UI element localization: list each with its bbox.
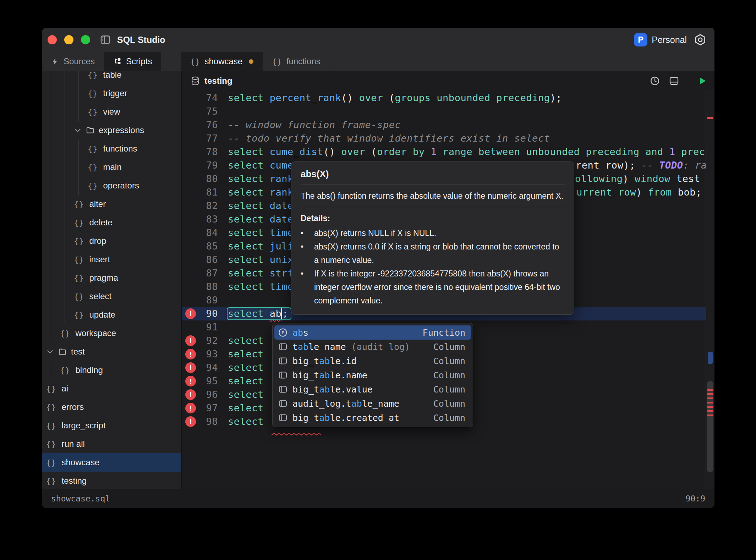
sidebar-item-view[interactable]: {}view [42, 103, 181, 121]
sidebar-item-label: main [103, 162, 122, 172]
sidebar-item-delete[interactable]: {}delete [42, 213, 181, 232]
sidebar-item-pragma[interactable]: {}pragma [42, 269, 181, 287]
sidebar-item-showcase[interactable]: {}showcase [42, 453, 181, 472]
sidebar-item-testing[interactable]: {}testing [42, 472, 181, 489]
tooltip-description: The abs() function returns the absolute … [301, 189, 565, 203]
code-line[interactable]: 76-- window function frame-spec [182, 118, 714, 132]
editor-tab-functions[interactable]: {} functions [263, 52, 330, 71]
indent-guide [46, 232, 60, 250]
code-line[interactable]: 74select percent_rank() over (groups unb… [182, 91, 714, 105]
line-number: 76 [182, 118, 218, 132]
sidebar-item-large_script[interactable]: {}large_script [42, 416, 181, 435]
tab-scripts[interactable]: Scripts [104, 52, 161, 71]
indent-guide [74, 71, 88, 84]
script-icon: {} [74, 200, 84, 209]
autocomplete-item-abs[interactable]: FabsFunction [274, 325, 471, 340]
code-line-fragment: ollowing) window test a [575, 172, 712, 186]
autocomplete-item-big_table.value[interactable]: big_table.valueColumn [274, 382, 471, 396]
sidebar-item-operators[interactable]: {}operators [42, 176, 181, 195]
sidebar-item-label: errors [62, 402, 84, 412]
code-line-text: select juli [228, 240, 294, 253]
autocomplete-item-big_table.name[interactable]: big_table.nameColumn [274, 368, 471, 382]
indent-guide [46, 176, 60, 195]
indent-guide [60, 269, 74, 287]
code-line-text: select percent_rank() over (groups unbou… [228, 91, 562, 105]
zoom-button[interactable] [81, 35, 90, 44]
sidebar-toggle-icon[interactable] [99, 34, 111, 46]
indent-guide [74, 84, 88, 103]
folder-icon [58, 347, 67, 356]
sidebar-item-errors[interactable]: {}errors [42, 398, 181, 416]
run-icon[interactable] [697, 76, 707, 86]
line-number: 74 [182, 91, 218, 105]
sidebar-item-drop[interactable]: {}drop [42, 232, 181, 250]
script-tree: {}table{}trigger{}viewexpressions{}funct… [42, 71, 181, 489]
function-icon: F [278, 328, 288, 337]
autocomplete-item-big_table.created_at[interactable]: big_table.created_atColumn [274, 411, 471, 425]
sidebar-item-workspace[interactable]: {}workspace [42, 324, 181, 342]
sidebar-item-test[interactable]: test [42, 342, 181, 361]
settings-icon[interactable] [694, 33, 707, 46]
code-line[interactable]: 78select cume_dist() over (order by 1 ra… [182, 145, 714, 159]
autocomplete-label: big_table.created_at [292, 413, 399, 423]
sidebar-item-run-all[interactable]: {}run all [42, 435, 181, 453]
sidebar-item-expressions[interactable]: expressions [42, 121, 181, 139]
indent-guide [60, 176, 74, 195]
code-line-text: -- window function frame-spec [228, 118, 401, 132]
code-line-text: select time [228, 280, 294, 293]
sidebar-item-binding[interactable]: {}binding [42, 361, 181, 379]
tooltip-bullet: •If X is the integer -922337203685477580… [301, 267, 565, 307]
code-line[interactable]: 75 [182, 105, 714, 118]
sidebar-item-functions[interactable]: {}functions [42, 139, 181, 158]
minimize-button[interactable] [64, 35, 73, 44]
sidebar-item-label: showcase [62, 457, 100, 467]
autocomplete-item-big_table.id[interactable]: big_table.idColumn [274, 354, 471, 368]
sidebar-item-label: operators [103, 181, 139, 191]
autocomplete-label: abs [292, 328, 308, 338]
line-number: 82 [182, 199, 218, 213]
sidebar-item-label: pragma [89, 273, 118, 283]
autocomplete-kind-label: Column [433, 370, 471, 380]
column-icon [278, 384, 288, 394]
sidebar-item-label: update [89, 310, 115, 320]
close-button[interactable] [48, 35, 57, 44]
history-icon[interactable] [650, 76, 660, 86]
tooltip-title: abs(X) [301, 168, 565, 180]
sidebar-item-select[interactable]: {}select [42, 287, 181, 306]
autocomplete-item-table_name[interactable]: table_name (audit_log)Column [274, 340, 471, 354]
tab-sources[interactable]: Sources [42, 52, 104, 71]
bullet-glyph: • [301, 240, 314, 267]
chevron-down-icon[interactable] [46, 348, 58, 356]
autocomplete-kind-label: Column [433, 399, 471, 409]
account-avatar[interactable]: P [634, 33, 647, 46]
indent-guide [74, 158, 88, 176]
bullet-glyph: • [301, 226, 314, 240]
scroll-marker-cursor [708, 352, 713, 364]
line-number: 77 [182, 132, 218, 145]
error-squiggle [272, 427, 321, 438]
app-window: SQL Studio P Personal Sources Scripts {}… [42, 28, 714, 508]
code-line-text: select date [228, 213, 294, 226]
sidebar-item-trigger[interactable]: {}trigger [42, 84, 181, 103]
editor-tab-showcase[interactable]: {} showcase [181, 52, 263, 71]
sidebar-item-main[interactable]: {}main [42, 158, 181, 176]
tree-icon [113, 57, 122, 66]
scroll-marker-error [707, 393, 713, 395]
chevron-down-icon[interactable] [74, 126, 86, 134]
script-icon: {} [74, 218, 84, 227]
sidebar-item-label: alter [89, 199, 106, 209]
autocomplete-kind-label: Column [433, 342, 471, 352]
sidebar-item-ai[interactable]: {}ai [42, 379, 181, 398]
sidebar-item-update[interactable]: {}update [42, 306, 181, 324]
sidebar-item-table[interactable]: {}table [42, 71, 181, 84]
panel-bottom-icon[interactable] [669, 76, 679, 86]
database-selector[interactable]: testing [204, 76, 232, 86]
error-icon: ! [185, 389, 196, 400]
code-line[interactable]: 77-- todo verify that window identifiers… [182, 132, 714, 145]
autocomplete-label: table_name (audit_log) [292, 342, 410, 352]
sidebar-item-alter[interactable]: {}alter [42, 195, 181, 213]
error-icon: ! [185, 349, 196, 359]
line-number: 86 [182, 253, 218, 267]
autocomplete-item-audit_log.table_name[interactable]: audit_log.table_nameColumn [274, 396, 471, 411]
sidebar-item-insert[interactable]: {}insert [42, 250, 181, 269]
